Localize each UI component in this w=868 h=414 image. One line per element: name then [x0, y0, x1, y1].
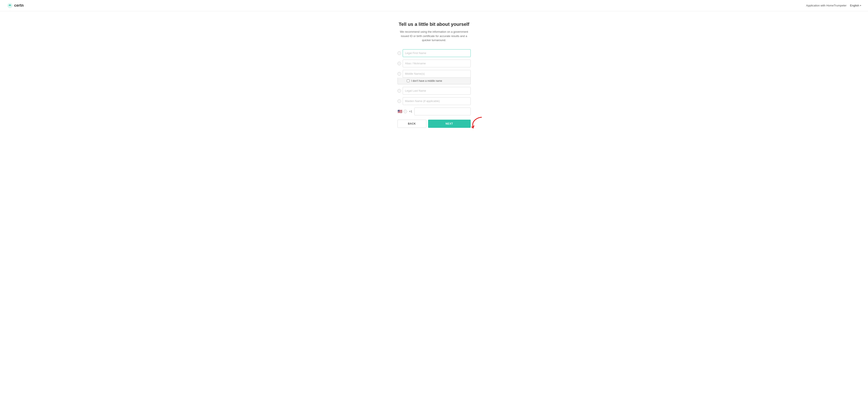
- phone-row: 🇺🇸 i +1: [398, 107, 471, 115]
- phone-info-icon[interactable]: i: [404, 110, 407, 113]
- page-title: Tell us a little bit about yourself: [399, 22, 469, 27]
- certn-logo-icon: [7, 3, 13, 9]
- back-button[interactable]: BACK: [398, 120, 426, 128]
- middle-name-input[interactable]: [403, 70, 471, 78]
- header: certn Application with HomeTrumpeter Eng…: [0, 0, 868, 11]
- app-name: Application with HomeTrumpeter: [806, 4, 846, 7]
- alias-nickname-info-icon[interactable]: i: [398, 62, 401, 65]
- us-flag-icon: 🇺🇸: [398, 109, 402, 114]
- header-right: Application with HomeTrumpeter English ▾: [806, 4, 861, 7]
- legal-first-name-info-icon[interactable]: i: [398, 52, 401, 55]
- legal-first-name-input[interactable]: [403, 49, 471, 57]
- alias-nickname-input[interactable]: [403, 60, 471, 67]
- maiden-name-info-icon[interactable]: i: [398, 99, 401, 103]
- phone-input[interactable]: [414, 107, 470, 115]
- no-middle-name-checkbox[interactable]: [407, 79, 410, 82]
- button-row: BACK NEXT: [398, 120, 471, 128]
- svg-point-0: [9, 5, 10, 6]
- middle-name-row: i: [398, 70, 471, 78]
- no-middle-name-row: I don't have a middle name: [398, 78, 471, 84]
- language-label: English: [850, 4, 859, 7]
- legal-first-name-row: i: [398, 49, 471, 57]
- next-button[interactable]: NEXT: [428, 120, 471, 128]
- form-container: i i i I don't have a middle name i: [398, 49, 471, 128]
- legal-last-name-info-icon[interactable]: i: [398, 89, 401, 93]
- logo-text: certn: [14, 3, 24, 8]
- chevron-down-icon: ▾: [860, 4, 861, 7]
- legal-last-name-row: i: [398, 87, 471, 95]
- alias-nickname-row: i: [398, 60, 471, 67]
- maiden-name-row: i: [398, 97, 471, 105]
- maiden-name-input[interactable]: [403, 97, 471, 105]
- no-middle-name-label: I don't have a middle name: [411, 79, 442, 83]
- middle-name-info-icon[interactable]: i: [398, 72, 401, 75]
- svg-marker-1: [471, 125, 474, 129]
- language-selector[interactable]: English ▾: [850, 4, 861, 7]
- legal-last-name-input[interactable]: [403, 87, 471, 95]
- main-content: Tell us a little bit about yourself We r…: [0, 11, 868, 138]
- phone-prefix: +1: [408, 110, 413, 113]
- middle-name-group: i I don't have a middle name: [398, 70, 471, 84]
- page-subtitle: We recommend using the information on a …: [398, 30, 471, 42]
- logo: certn: [7, 3, 24, 9]
- arrow-annotation: [469, 116, 484, 130]
